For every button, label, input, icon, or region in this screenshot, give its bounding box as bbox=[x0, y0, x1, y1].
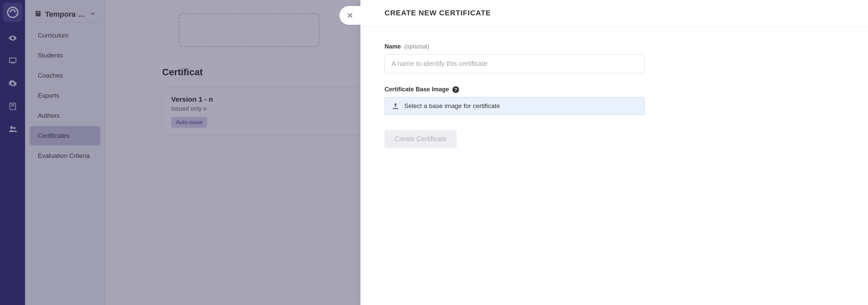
name-label: Name (optional) bbox=[384, 43, 844, 50]
close-icon bbox=[346, 11, 354, 20]
help-icon[interactable]: ? bbox=[453, 86, 459, 93]
drawer-assembly: CREATE NEW CERTIFICATE Name (optional) C… bbox=[339, 0, 868, 305]
name-optional-text: (optional) bbox=[404, 43, 429, 50]
drawer-title: CREATE NEW CERTIFICATE bbox=[361, 0, 868, 26]
upload-text: Select a base image for certificate bbox=[404, 102, 500, 110]
upload-icon bbox=[392, 102, 400, 110]
name-label-text: Name bbox=[384, 43, 401, 50]
create-certificate-drawer: CREATE NEW CERTIFICATE Name (optional) C… bbox=[361, 0, 868, 305]
close-drawer-button[interactable] bbox=[339, 6, 361, 25]
base-image-label-text: Certificate Base Image bbox=[384, 86, 449, 93]
select-base-image-button[interactable]: Select a base image for certificate bbox=[384, 97, 645, 115]
certificate-name-input[interactable] bbox=[384, 54, 645, 73]
create-certificate-button[interactable]: Create Certificate bbox=[384, 130, 457, 148]
base-image-label: Certificate Base Image ? bbox=[384, 86, 844, 93]
